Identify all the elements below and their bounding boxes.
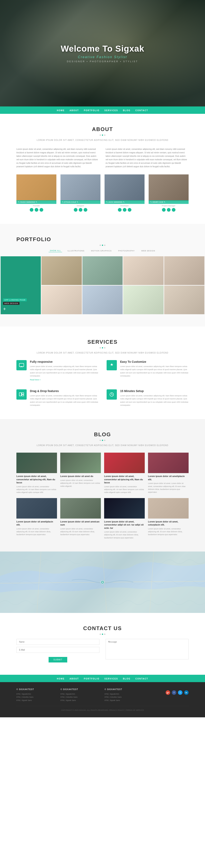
social-fb-2[interactable] [74, 208, 78, 212]
footer-nav-portfolio[interactable]: PORTFOLIO [84, 677, 99, 680]
team-role-2: Designer [60, 205, 100, 207]
portfolio-plus-icon: + [3, 306, 6, 312]
portfolio-item-7[interactable] [82, 286, 123, 314]
filter-motion[interactable]: MOTION GRAPHICS [90, 249, 113, 252]
dot-p2 [102, 245, 103, 246]
footer-nav-services[interactable]: SERVICES [104, 677, 118, 680]
blog-item-1[interactable]: Lorem ipsum dolor sit amet, consectetur … [17, 453, 57, 494]
about-subtitle: LOREM IPSUM DOLOR SIT AMET, CONSECTETUR … [17, 139, 188, 141]
blog-item-6[interactable]: Lorem ipsum dolor sit amet ameican sum L… [60, 498, 101, 539]
name-input[interactable] [17, 639, 99, 645]
portfolio-item-3[interactable] [82, 256, 123, 285]
nav-item-contact[interactable]: CONTACT [136, 108, 148, 112]
map-section[interactable] [0, 552, 205, 613]
portfolio-item-4[interactable] [123, 256, 164, 285]
nav-item-services[interactable]: SERVICES [104, 108, 118, 112]
footer-nav-home[interactable]: HOME [57, 677, 65, 680]
nav-link-about[interactable]: ABOUT [69, 109, 79, 112]
filter-photography[interactable]: PHOTOGRAPHY [117, 249, 136, 252]
filter-web[interactable]: WEB DESIGN [140, 249, 156, 252]
social-tw-4[interactable] [167, 208, 171, 212]
team-photo-2 [60, 175, 100, 201]
nav-link-contact[interactable]: CONTACT [136, 109, 148, 112]
footer-columns: © SIGXAKTEST 8782, Sigxak23218782, Colun… [17, 688, 188, 702]
dot-s2 [102, 347, 103, 348]
footer-link-about[interactable]: ABOUT [69, 678, 79, 680]
nav-item-blog[interactable]: BLOG [123, 108, 130, 112]
blog-item-3[interactable]: Lorem ipsum dolor sit amet, consectetur … [104, 453, 145, 494]
hero-subtitle: Creative Fashion Stylist [61, 55, 144, 59]
blog-img-1 [17, 453, 57, 473]
nav-item-home[interactable]: HOME [57, 108, 65, 112]
social-linkedin[interactable]: in [184, 690, 188, 695]
blog-img-3 [104, 453, 145, 473]
blog-item-8[interactable]: Lorem ipsum dolor sit amet, coturplacin … [148, 498, 188, 539]
portfolio-item-2[interactable] [41, 256, 82, 285]
team-member-2: ✎ ETHAN COLE ✎ Designer [60, 175, 100, 212]
social-fb-3[interactable] [118, 208, 122, 212]
nav-link-services[interactable]: SERVICES [104, 109, 118, 112]
footer-link-portfolio[interactable]: PORTFOLIO [84, 678, 99, 680]
social-in-2[interactable] [84, 208, 87, 212]
footer-link-contact[interactable]: CONTACT [136, 678, 148, 680]
filter-illustrations[interactable]: ILLUSTRATIONS [66, 249, 86, 252]
portfolio-item-9[interactable] [164, 286, 204, 314]
social-twitter[interactable]: t [178, 690, 182, 695]
submit-button[interactable]: SUBMIT [49, 657, 67, 662]
social-in-1[interactable] [39, 208, 43, 212]
nav-link-home[interactable]: HOME [57, 109, 65, 112]
service-item-4: 15 Minutes Setup Lorem ipsum dolor sit a… [107, 390, 188, 407]
blog-item-5[interactable]: Lorem ipsum dolor sit ametiplacin elit. … [17, 498, 57, 539]
blog-item-7[interactable]: Lorem ipsum dolor sit amet, consectetur … [104, 498, 145, 539]
portfolio-sublabel: WEB DESIGN [3, 302, 20, 305]
footer-link-home[interactable]: HOME [57, 678, 65, 680]
service-readmore-1[interactable]: Read More » [30, 379, 40, 381]
footer-nav-blog[interactable]: BLOG [123, 677, 130, 680]
footer-link-blog[interactable]: BLOG [123, 678, 130, 680]
email-input[interactable] [17, 647, 99, 653]
social-in-4[interactable] [172, 208, 175, 212]
social-fb-4[interactable] [162, 208, 166, 212]
contact-message-area [106, 639, 188, 662]
portfolio-item-8[interactable] [123, 286, 164, 314]
portfolio-item-featured[interactable]: APP LANDING PAGE WEB DESIGN + [1, 256, 41, 314]
footer-link-services[interactable]: SERVICES [104, 678, 118, 680]
footer-nav-about[interactable]: ABOUT [69, 677, 79, 680]
blog-img-7 [104, 498, 145, 519]
portfolio-item-5[interactable] [164, 256, 204, 285]
dot-p3 [104, 245, 106, 246]
footer-col-4: g+ f t in [149, 688, 188, 702]
social-facebook[interactable]: f [172, 690, 176, 695]
blog-item-4[interactable]: Lorem ipsum dolor sit ametiplacin elit. … [148, 453, 188, 494]
social-in-3[interactable] [128, 208, 131, 212]
service-text-block-2: Easy To Customize Lorem ipsum dolor sit … [120, 360, 188, 377]
portfolio-item-6[interactable] [41, 286, 82, 314]
blog-img-4 [148, 453, 188, 473]
team-social-1 [17, 208, 56, 212]
service-title-2: Easy To Customize [120, 360, 188, 363]
blog-item-2[interactable]: Lorem ipsum dolor sit amet do Lorem ipsu… [60, 453, 101, 494]
nav-item-about[interactable]: ABOUT [69, 108, 79, 112]
blog-text-8: Lorem ipsum dolor sit amet, consectetur … [148, 527, 188, 536]
filter-show-all[interactable]: SHOW ALL [49, 249, 62, 252]
footer-col-2: © SIGXAKTEST 8782, Sigxak23218782, Colun… [60, 688, 100, 702]
nav-link-blog[interactable]: BLOG [123, 109, 130, 112]
social-fb-1[interactable] [30, 208, 33, 212]
blog-title-1: Lorem ipsum dolor sit amet, consectetur … [17, 475, 57, 484]
nav-item-portfolio[interactable]: PORTFOLIO [84, 108, 99, 112]
blog-title-5: Lorem ipsum dolor sit ametiplacin elit. [17, 520, 57, 527]
services-title: SERVICES [17, 339, 188, 345]
social-tw-1[interactable] [35, 208, 38, 212]
hero-section: Welcome To Sigxak Creative Fashion Styli… [0, 0, 205, 106]
social-tw-3[interactable] [123, 208, 126, 212]
team-name-1: ✎ HUGO SIMMONS ✎ [18, 201, 37, 203]
team-name-bar-2: ✎ ETHAN COLE ✎ [60, 200, 100, 204]
dot-3 [104, 134, 106, 136]
social-googleplus[interactable]: g+ [166, 690, 170, 695]
footer-nav-contact[interactable]: CONTACT [136, 677, 148, 680]
message-textarea[interactable] [106, 639, 188, 659]
service-text-block-4: 15 Minutes Setup Lorem ipsum dolor sit a… [120, 390, 188, 407]
service-title-3: Drag & Drop features [30, 390, 98, 393]
nav-link-portfolio[interactable]: PORTFOLIO [84, 109, 99, 112]
social-tw-2[interactable] [79, 208, 82, 212]
